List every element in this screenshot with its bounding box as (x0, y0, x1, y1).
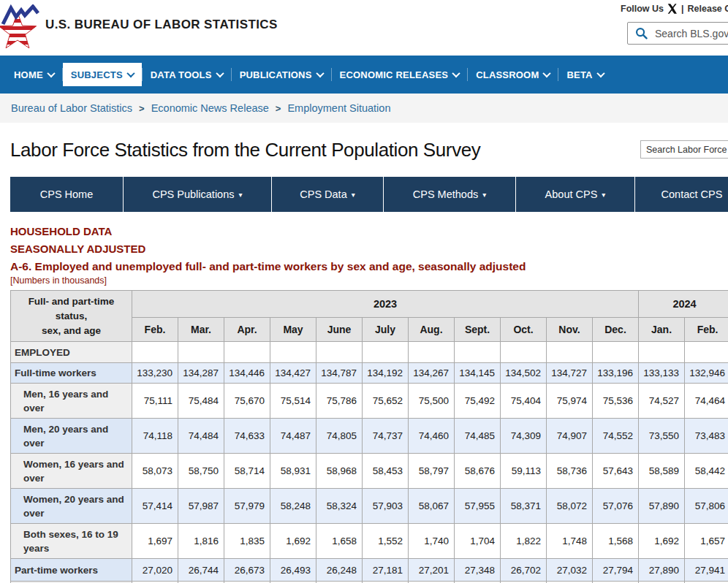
data-cell: 133,196 (593, 363, 639, 384)
seasonally-adjusted-heading: SEASONALLY ADJUSTED (10, 240, 728, 258)
data-cell: 1,658 (316, 524, 363, 559)
data-cell: 1,740 (409, 524, 455, 559)
breadcrumb-link-employment-situation[interactable]: Employment Situation (287, 102, 390, 114)
nav-item-beta[interactable]: BETA (558, 63, 611, 86)
labor-force-search-input[interactable] (640, 140, 728, 159)
col-header-feb-12: Feb. (685, 318, 728, 342)
data-cell: 57,076 (593, 489, 639, 524)
breadcrumb-separator: > (139, 103, 145, 114)
data-cell (593, 342, 639, 363)
data-cell: 1,822 (501, 524, 547, 559)
data-cell (363, 342, 409, 363)
data-cell: 73,550 (639, 419, 685, 454)
data-cell: 26,493 (270, 559, 316, 582)
data-cell (316, 342, 363, 363)
x-social-icon[interactable] (667, 4, 678, 14)
data-cell: 74,309 (501, 419, 547, 454)
data-cell: 134,427 (270, 363, 316, 384)
row-label: Women, 16 years and over (11, 454, 132, 489)
data-cell: 134,287 (178, 363, 224, 384)
main-content: Labor Force Statistics from the Current … (0, 139, 728, 583)
breadcrumb-link-economic-news-release[interactable]: Economic News Release (151, 102, 269, 114)
data-cell: 58,324 (316, 489, 363, 524)
chevron-down-icon (316, 69, 324, 77)
data-cell: 58,067 (409, 489, 455, 524)
data-cell: 74,633 (224, 419, 270, 454)
table-note: [Numbers in thousands] (10, 275, 728, 286)
data-cell: 58,248 (270, 489, 316, 524)
data-cell (409, 342, 455, 363)
data-cell: 74,485 (455, 419, 501, 454)
cps-menu-bar: CPS HomeCPS Publications▾CPS Data▾CPS Me… (10, 177, 728, 212)
data-cell: 75,404 (501, 384, 547, 419)
bls-search-input[interactable] (653, 27, 728, 40)
nav-item-home[interactable]: HOME (6, 63, 62, 86)
row-label: EMPLOYED (11, 342, 132, 363)
data-cell: 58,589 (639, 454, 685, 489)
cps-menu-item-contact-cps[interactable]: Contact CPS (634, 177, 728, 212)
data-cell (224, 342, 270, 363)
caret-down-icon: ▾ (602, 191, 605, 199)
table-row-women-16-years-and-over: Women, 16 years and over58,07358,75058,7… (11, 454, 728, 489)
cps-menu-item-cps-methods[interactable]: CPS Methods▾ (383, 177, 515, 212)
brand-title[interactable]: U.S. BUREAU OF LABOR STATISTICS (45, 18, 278, 32)
col-header-dec-10: Dec. (593, 318, 639, 342)
nav-item-data-tools[interactable]: DATA TOOLS (143, 63, 231, 86)
bls-search-box[interactable] (627, 22, 728, 45)
data-cell: 133,133 (639, 363, 685, 384)
data-cell: 74,552 (593, 419, 639, 454)
data-cell: 1,552 (363, 524, 409, 559)
data-cell: 75,500 (409, 384, 455, 419)
chevron-down-icon (216, 69, 224, 77)
cps-menu-item-label: CPS Home (40, 188, 94, 200)
data-cell: 1,816 (178, 524, 224, 559)
data-table: Full- and part-timestatus,sex, and age20… (10, 290, 728, 583)
data-cell: 58,931 (270, 454, 316, 489)
site-header: U.S. BUREAU OF LABOR STATISTICS Follow U… (0, 0, 728, 56)
data-cell: 1,692 (639, 524, 685, 559)
data-cell (685, 342, 728, 363)
data-cell: 74,460 (409, 419, 455, 454)
nav-item-economic-releases[interactable]: ECONOMIC RELEASES (332, 63, 468, 86)
cps-menu-item-cps-home[interactable]: CPS Home (10, 177, 123, 212)
row-label: Men, 20 years and over (11, 419, 132, 454)
cps-menu-item-cps-data[interactable]: CPS Data▾ (271, 177, 383, 212)
table-body: EMPLOYEDFull-time workers133,230134,2871… (11, 342, 728, 583)
col-header-jan-11: Jan. (639, 318, 685, 342)
table-row-men-16-years-and-over: Men, 16 years and over75,11175,48475,670… (11, 384, 728, 419)
nav-item-subjects[interactable]: SUBJECTS (63, 63, 142, 86)
data-cell (455, 342, 501, 363)
bls-logo[interactable] (0, 4, 41, 51)
col-header-sept-7: Sept. (455, 318, 501, 342)
breadcrumb-link-bureau-of-labor-statistics[interactable]: Bureau of Labor Statistics (11, 102, 132, 114)
follow-us-label[interactable]: Follow Us (621, 4, 664, 14)
data-cell: 57,890 (639, 489, 685, 524)
cps-menu-item-cps-publications[interactable]: CPS Publications▾ (123, 177, 271, 212)
data-cell: 58,072 (547, 489, 593, 524)
data-cell: 134,787 (316, 363, 363, 384)
col-header-july-5: July (363, 318, 409, 342)
data-cell: 26,673 (224, 559, 270, 582)
nav-item-classroom[interactable]: CLASSROOM (468, 63, 558, 86)
nav-item-label: DATA TOOLS (151, 69, 212, 80)
data-cell: 59,113 (501, 454, 547, 489)
nav-item-publications[interactable]: PUBLICATIONS (232, 63, 331, 86)
release-calendar-link[interactable]: Release Calendar (688, 4, 728, 14)
data-cell: 57,643 (593, 454, 639, 489)
data-cell: 75,514 (270, 384, 316, 419)
data-cell: 27,032 (547, 559, 593, 582)
row-label: Full-time workers (11, 363, 132, 384)
data-cell: 57,414 (132, 489, 178, 524)
search-icon[interactable] (635, 27, 648, 39)
data-cell: 58,750 (178, 454, 224, 489)
table-row-employed: EMPLOYED (11, 342, 728, 363)
data-cell: 58,968 (316, 454, 363, 489)
cps-menu-item-about-cps[interactable]: About CPS▾ (515, 177, 634, 212)
data-cell: 74,907 (547, 419, 593, 454)
data-cell: 74,484 (178, 419, 224, 454)
data-cell (639, 342, 685, 363)
data-cell: 57,806 (685, 489, 728, 524)
cps-menu-item-label: CPS Data (300, 188, 346, 200)
data-cell: 58,714 (224, 454, 270, 489)
chevron-down-icon (452, 69, 460, 77)
